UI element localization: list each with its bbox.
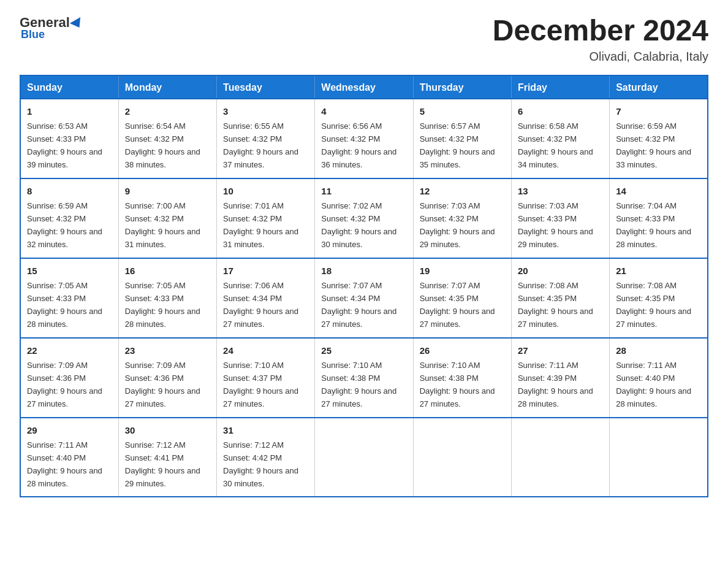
day-number: 30 — [125, 423, 210, 437]
day-info: Sunrise: 7:08 AMSunset: 4:35 PMDaylight:… — [616, 281, 691, 329]
day-info: Sunrise: 7:09 AMSunset: 4:36 PMDaylight:… — [125, 361, 200, 408]
day-number: 10 — [223, 184, 308, 198]
calendar-cell: 24Sunrise: 7:10 AMSunset: 4:37 PMDayligh… — [217, 338, 315, 418]
day-info: Sunrise: 6:58 AMSunset: 4:32 PMDaylight:… — [518, 121, 593, 169]
day-info: Sunrise: 7:10 AMSunset: 4:38 PMDaylight:… — [321, 361, 396, 408]
day-info: Sunrise: 6:59 AMSunset: 4:32 PMDaylight:… — [616, 121, 691, 169]
logo-triangle-icon — [70, 17, 85, 31]
header-row: SundayMondayTuesdayWednesdayThursdayFrid… — [20, 75, 708, 99]
day-number: 22 — [27, 343, 112, 358]
day-number: 28 — [616, 343, 701, 358]
day-number: 9 — [125, 184, 210, 198]
calendar-cell: 3Sunrise: 6:55 AMSunset: 4:32 PMDaylight… — [217, 99, 315, 178]
header-sunday: Sunday — [20, 75, 118, 99]
day-info: Sunrise: 7:00 AMSunset: 4:32 PMDaylight:… — [125, 201, 200, 249]
calendar-cell: 22Sunrise: 7:09 AMSunset: 4:36 PMDayligh… — [20, 338, 118, 418]
day-number: 2 — [125, 104, 210, 118]
day-info: Sunrise: 7:06 AMSunset: 4:34 PMDaylight:… — [223, 281, 298, 329]
calendar-cell: 19Sunrise: 7:07 AMSunset: 4:35 PMDayligh… — [413, 258, 511, 338]
day-info: Sunrise: 7:11 AMSunset: 4:40 PMDaylight:… — [27, 440, 102, 488]
day-info: Sunrise: 7:08 AMSunset: 4:35 PMDaylight:… — [518, 281, 593, 329]
day-number: 16 — [125, 264, 210, 278]
day-number: 1 — [27, 104, 112, 118]
logo-blue-text: Blue — [21, 28, 45, 41]
calendar-week-1: 1Sunrise: 6:53 AMSunset: 4:33 PMDaylight… — [20, 99, 708, 178]
day-number: 20 — [518, 264, 603, 278]
day-info: Sunrise: 6:57 AMSunset: 4:32 PMDaylight:… — [420, 121, 495, 169]
day-number: 29 — [27, 423, 112, 437]
page-title: December 2024 — [493, 15, 708, 47]
header-monday: Monday — [118, 75, 216, 99]
day-info: Sunrise: 7:12 AMSunset: 4:41 PMDaylight:… — [125, 440, 200, 488]
day-info: Sunrise: 7:07 AMSunset: 4:34 PMDaylight:… — [321, 281, 396, 329]
day-info: Sunrise: 6:54 AMSunset: 4:32 PMDaylight:… — [125, 121, 200, 169]
calendar-table: SundayMondayTuesdayWednesdayThursdayFrid… — [20, 75, 708, 498]
calendar-cell: 18Sunrise: 7:07 AMSunset: 4:34 PMDayligh… — [315, 258, 413, 338]
calendar-cell: 28Sunrise: 7:11 AMSunset: 4:40 PMDayligh… — [610, 338, 708, 418]
day-number: 18 — [321, 264, 406, 278]
calendar-header: SundayMondayTuesdayWednesdayThursdayFrid… — [20, 75, 708, 99]
calendar-week-4: 22Sunrise: 7:09 AMSunset: 4:36 PMDayligh… — [20, 338, 708, 418]
day-number: 15 — [27, 264, 112, 278]
calendar-week-5: 29Sunrise: 7:11 AMSunset: 4:40 PMDayligh… — [20, 418, 708, 497]
day-info: Sunrise: 7:09 AMSunset: 4:36 PMDaylight:… — [27, 361, 102, 408]
calendar-week-3: 15Sunrise: 7:05 AMSunset: 4:33 PMDayligh… — [20, 258, 708, 338]
day-number: 6 — [518, 104, 603, 118]
day-info: Sunrise: 7:04 AMSunset: 4:33 PMDaylight:… — [616, 201, 691, 249]
day-info: Sunrise: 7:05 AMSunset: 4:33 PMDaylight:… — [125, 281, 200, 329]
calendar-cell: 31Sunrise: 7:12 AMSunset: 4:42 PMDayligh… — [217, 418, 315, 497]
day-info: Sunrise: 7:11 AMSunset: 4:39 PMDaylight:… — [518, 361, 593, 408]
day-info: Sunrise: 7:07 AMSunset: 4:35 PMDaylight:… — [420, 281, 495, 329]
calendar-cell: 25Sunrise: 7:10 AMSunset: 4:38 PMDayligh… — [315, 338, 413, 418]
calendar-cell: 20Sunrise: 7:08 AMSunset: 4:35 PMDayligh… — [511, 258, 609, 338]
calendar-cell: 2Sunrise: 6:54 AMSunset: 4:32 PMDaylight… — [118, 99, 216, 178]
title-block: December 2024 Olivadi, Calabria, Italy — [493, 15, 708, 64]
day-info: Sunrise: 6:55 AMSunset: 4:32 PMDaylight:… — [223, 121, 298, 169]
day-info: Sunrise: 7:10 AMSunset: 4:38 PMDaylight:… — [420, 361, 495, 408]
day-number: 19 — [420, 264, 505, 278]
day-info: Sunrise: 7:10 AMSunset: 4:37 PMDaylight:… — [223, 361, 298, 408]
calendar-cell: 6Sunrise: 6:58 AMSunset: 4:32 PMDaylight… — [511, 99, 609, 178]
calendar-cell: 30Sunrise: 7:12 AMSunset: 4:41 PMDayligh… — [118, 418, 216, 497]
day-info: Sunrise: 6:56 AMSunset: 4:32 PMDaylight:… — [321, 121, 396, 169]
header-thursday: Thursday — [413, 75, 511, 99]
calendar-cell: 21Sunrise: 7:08 AMSunset: 4:35 PMDayligh… — [610, 258, 708, 338]
day-number: 24 — [223, 343, 308, 358]
calendar-cell — [511, 418, 609, 497]
calendar-cell: 7Sunrise: 6:59 AMSunset: 4:32 PMDaylight… — [610, 99, 708, 178]
calendar-cell: 1Sunrise: 6:53 AMSunset: 4:33 PMDaylight… — [20, 99, 118, 178]
header-saturday: Saturday — [610, 75, 708, 99]
day-number: 3 — [223, 104, 308, 118]
page-subtitle: Olivadi, Calabria, Italy — [493, 50, 708, 64]
calendar-cell: 29Sunrise: 7:11 AMSunset: 4:40 PMDayligh… — [20, 418, 118, 497]
calendar-cell: 26Sunrise: 7:10 AMSunset: 4:38 PMDayligh… — [413, 338, 511, 418]
logo: General Blue — [20, 15, 83, 41]
day-info: Sunrise: 7:03 AMSunset: 4:32 PMDaylight:… — [420, 201, 495, 249]
calendar-cell: 12Sunrise: 7:03 AMSunset: 4:32 PMDayligh… — [413, 178, 511, 258]
day-number: 14 — [616, 184, 701, 198]
calendar-cell — [610, 418, 708, 497]
header-wednesday: Wednesday — [315, 75, 413, 99]
day-number: 25 — [321, 343, 406, 358]
calendar-cell: 10Sunrise: 7:01 AMSunset: 4:32 PMDayligh… — [217, 178, 315, 258]
header-tuesday: Tuesday — [217, 75, 315, 99]
day-number: 21 — [616, 264, 701, 278]
calendar-week-2: 8Sunrise: 6:59 AMSunset: 4:32 PMDaylight… — [20, 178, 708, 258]
day-number: 27 — [518, 343, 603, 358]
day-number: 23 — [125, 343, 210, 358]
day-info: Sunrise: 7:02 AMSunset: 4:32 PMDaylight:… — [321, 201, 396, 249]
day-info: Sunrise: 7:01 AMSunset: 4:32 PMDaylight:… — [223, 201, 298, 249]
day-number: 5 — [420, 104, 505, 118]
day-info: Sunrise: 7:11 AMSunset: 4:40 PMDaylight:… — [616, 361, 691, 408]
day-number: 26 — [420, 343, 505, 358]
page-header: General Blue December 2024 Olivadi, Cala… — [20, 15, 708, 64]
day-number: 4 — [321, 104, 406, 118]
calendar-cell: 16Sunrise: 7:05 AMSunset: 4:33 PMDayligh… — [118, 258, 216, 338]
day-number: 7 — [616, 104, 701, 118]
calendar-cell: 15Sunrise: 7:05 AMSunset: 4:33 PMDayligh… — [20, 258, 118, 338]
day-number: 11 — [321, 184, 406, 198]
day-number: 17 — [223, 264, 308, 278]
calendar-cell — [315, 418, 413, 497]
day-info: Sunrise: 7:03 AMSunset: 4:33 PMDaylight:… — [518, 201, 593, 249]
calendar-cell: 14Sunrise: 7:04 AMSunset: 4:33 PMDayligh… — [610, 178, 708, 258]
